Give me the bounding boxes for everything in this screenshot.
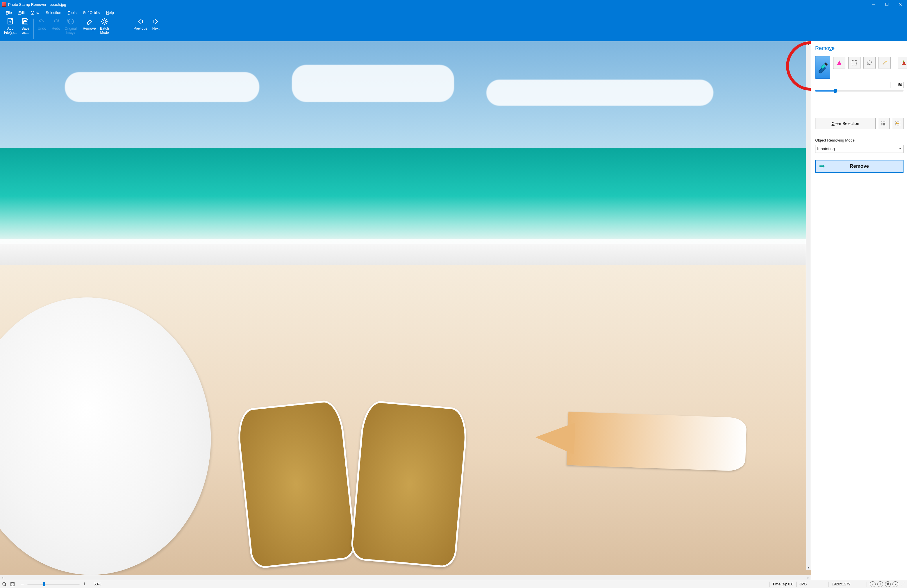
panel-title: Remove [815,45,904,51]
remove-panel: Remove [811,41,907,580]
svg-rect-35 [883,123,885,125]
svg-point-30 [885,60,885,61]
redo-icon [52,18,60,26]
svg-rect-25 [852,61,857,65]
zoom-value: 50% [94,582,101,586]
color-picker-icon [836,59,843,66]
undo-button: Undo [35,16,49,41]
menu-selection[interactable]: Selection [43,10,64,16]
maximize-button[interactable] [880,0,894,9]
redo-label: Redo [52,27,60,31]
arrow-left-icon [136,18,144,26]
magnifier-icon [2,582,7,586]
menu-softorbits[interactable]: SoftOrbits [80,10,103,16]
scroll-track[interactable] [5,575,806,580]
svg-line-18 [102,23,103,24]
svg-rect-33 [903,61,904,62]
lasso-tool-button[interactable] [864,57,876,69]
remove-button-label: Remove [850,163,869,169]
svg-point-10 [103,20,106,23]
vertical-scrollbar[interactable]: ▴ ▾ [806,41,811,570]
save-selection-button[interactable] [878,118,889,129]
svg-line-17 [106,19,107,20]
slider-thumb[interactable] [834,89,836,93]
arrow-right-icon [152,18,160,26]
toolbar: Add File(s)... Saveas... Undo Redo Origi… [0,16,907,41]
menu-view[interactable]: View [28,10,42,16]
zoom-in-button[interactable]: + [82,581,88,587]
load-selection-button[interactable] [892,118,904,129]
next-label: Next [152,27,160,31]
menu-file[interactable]: File [3,10,15,16]
zoom-thumb[interactable] [43,582,45,586]
add-files-label: Add File(s)... [4,27,16,35]
undo-icon [38,18,46,26]
zoom-track[interactable] [27,584,80,585]
rectangle-select-tool-button[interactable] [848,57,861,69]
svg-line-16 [106,23,107,24]
next-button[interactable]: Next [149,16,163,41]
svg-rect-7 [24,19,26,20]
svg-rect-1 [886,3,888,6]
menu-tools[interactable]: Tools [65,10,79,16]
twitter-icon [886,583,889,586]
resize-grip[interactable] [901,582,905,586]
remove-tool-button[interactable]: Remove [81,16,98,41]
brush-size-input[interactable] [890,82,904,88]
window-title: Photo Stamp Remover - beach.jpg [8,2,867,7]
scroll-track[interactable] [806,46,811,565]
facebook-link[interactable]: f [877,581,883,587]
menubar: File Edit View Selection Tools SoftOrbit… [0,9,907,16]
previous-button[interactable]: Previous [132,16,149,41]
tool-selector-row [815,56,904,79]
format-status: JPG [800,582,825,586]
clone-stamp-tool-button[interactable] [898,57,907,69]
original-label: Original Image [64,27,77,35]
previous-label: Previous [133,27,147,31]
remove-button[interactable]: ➡ Remove [815,160,904,173]
minimize-button[interactable] [867,0,880,9]
marker-tool-button[interactable] [815,56,830,79]
statusbar: − + 50% Time (s): 0.0 JPG 1920x1279 i f [0,580,907,588]
zoom-out-button[interactable]: − [19,581,26,587]
image-canvas[interactable]: ▴ ▾ [0,41,811,575]
statusbar-left: − + 50% [0,581,101,587]
scroll-left-icon[interactable]: ◂ [0,575,5,580]
removing-mode-dropdown[interactable]: Inpainting ▼ [815,145,904,153]
chevron-down-icon: ▼ [899,147,902,150]
window-controls [867,0,907,9]
batch-mode-button[interactable]: Batch Mode [98,16,111,41]
clear-selection-button[interactable]: Clear Selection [815,118,876,129]
menu-edit[interactable]: Edit [15,10,27,16]
main-area: ▴ ▾ ◂ ▸ Remove [0,41,907,580]
social-links: i f [870,581,907,587]
save-as-button[interactable]: Saveas... [18,16,32,41]
youtube-link[interactable] [893,581,898,587]
canvas-area: ▴ ▾ ◂ ▸ [0,41,811,580]
fit-screen-button[interactable] [9,581,16,587]
scroll-right-icon[interactable]: ▸ [806,575,811,580]
twitter-link[interactable] [885,581,891,587]
svg-line-27 [883,62,886,64]
gear-icon [100,18,109,26]
add-file-icon [6,18,14,26]
add-files-button[interactable]: Add File(s)... [2,16,18,41]
horizontal-scrollbar[interactable]: ◂ ▸ [0,575,811,580]
svg-rect-31 [902,64,906,65]
color-select-tool-button[interactable] [833,57,845,69]
scroll-down-icon[interactable]: ▾ [806,565,811,570]
info-link[interactable]: i [870,581,876,587]
zoom-slider[interactable]: − + [19,581,88,587]
fit-screen-icon [10,582,15,586]
svg-rect-32 [903,62,905,64]
time-status: Time (s): 0.0 [772,582,793,586]
history-icon [67,18,75,26]
save-selection-icon [881,120,887,127]
svg-point-28 [886,61,887,62]
zoom-tool-button[interactable] [1,581,8,587]
magic-wand-tool-button[interactable] [878,57,891,69]
brush-size-slider[interactable] [815,90,904,91]
menu-help[interactable]: Help [103,10,117,16]
youtube-icon [894,583,897,586]
close-button[interactable] [894,0,907,9]
